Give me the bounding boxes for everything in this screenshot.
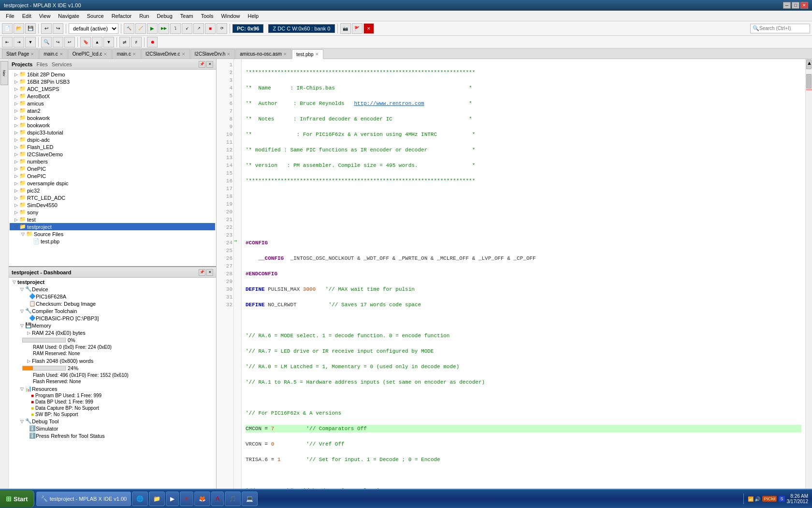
tb2-fwd-btn[interactable]: ↪ (53, 37, 63, 47)
menu-navigate[interactable]: Navigate (54, 12, 83, 20)
menu-view[interactable]: View (35, 12, 55, 20)
open-btn[interactable]: 📂 (14, 23, 24, 34)
dashboard-debug-tool[interactable]: ▽🔧Debug Tool (10, 418, 215, 425)
tree-item-16bit28pinusb3[interactable]: ▷📁16Bit 28Pin USB3 (10, 78, 215, 85)
tab-projects[interactable]: Projects (12, 61, 32, 67)
tb2-bookmark-btn[interactable]: 🔖 (80, 37, 91, 47)
dashboard-press-refresh[interactable]: ℹ️Press Refresh for Tool Status (10, 432, 215, 439)
dashboard-device[interactable]: ▽🔧Device (10, 285, 215, 293)
debug-run-btn[interactable]: ▶▶ (159, 23, 169, 34)
code-area[interactable]: 12345 678910 1112131415 1617181920 21222… (217, 59, 812, 497)
dashboard-pin[interactable]: 📌 (199, 269, 205, 276)
start-button[interactable]: ⊞ Start (0, 490, 34, 508)
step-over-btn[interactable]: ⤵ (170, 23, 181, 34)
code-content[interactable]: '***************************************… (242, 59, 805, 497)
taskbar-item-music[interactable]: 🎵 (225, 492, 241, 506)
scroll-thumb[interactable] (806, 74, 812, 89)
tree-item-aerobotx[interactable]: ▷📁AeroBotX (10, 92, 215, 100)
dashboard-device-name[interactable]: 🔷PIC16F628A (10, 293, 215, 300)
menu-team[interactable]: Team (176, 12, 197, 20)
run-btn[interactable]: ▶ (147, 23, 158, 34)
tab-amicus-close[interactable]: ✕ (283, 52, 287, 57)
clean-btn[interactable]: 🧹 (135, 23, 146, 34)
tree-item-bookwork2[interactable]: ▷📁bookwork (10, 121, 215, 129)
taskbar-item-firefox[interactable]: 🦊 (194, 492, 210, 506)
scroll-up-btn[interactable]: ▲ (806, 60, 812, 69)
tab-start-page-close[interactable]: ✕ (30, 52, 34, 57)
dashboard-root[interactable]: ▽testproject (10, 279, 215, 285)
taskbar-item-explorer[interactable]: 🌐 (132, 492, 148, 506)
step-out-btn[interactable]: ↗ (193, 23, 204, 34)
taskbar-item-adobe[interactable]: A (211, 492, 224, 506)
menu-tools[interactable]: Tools (197, 12, 218, 20)
menu-debug[interactable]: Debug (153, 12, 176, 20)
reset-btn[interactable]: ⟳ (217, 23, 227, 34)
tb2-diff-btn[interactable]: ≠ (131, 37, 142, 47)
dashboard-close[interactable]: ✕ (206, 269, 213, 276)
build-btn[interactable]: 🔨 (124, 23, 134, 34)
stop-btn[interactable]: ✕ (363, 23, 374, 34)
link-rentron[interactable]: http://www.rentron.com (354, 101, 424, 106)
tab-amicus[interactable]: amicus-no-osc.asm ✕ (235, 49, 291, 59)
tree-item-oversample[interactable]: ▷📁oversample dspic (10, 179, 215, 187)
close-button[interactable]: ✕ (800, 2, 808, 9)
dashboard-checksum[interactable]: 📋Checksum: Debug Image (10, 300, 215, 307)
taskbar-item-app2[interactable]: 💻 (242, 492, 258, 506)
tab-main-c-2-close[interactable]: ✕ (132, 52, 136, 57)
tree-item-sony[interactable]: ▷📁sony (10, 209, 215, 216)
tree-item-rtcledadc[interactable]: ▷📁RTC_LED_ADC (10, 194, 215, 201)
tab-i2cslave-drive-close[interactable]: ✕ (182, 52, 186, 57)
tab-test-pbp-close[interactable]: ✕ (315, 52, 319, 57)
tree-item-amicus[interactable]: ▷📁amicus (10, 100, 215, 107)
tb2-toggle-btn[interactable]: ⇌ (119, 37, 130, 47)
tb2-btn2[interactable]: ⇥ (14, 37, 24, 47)
menu-edit[interactable]: Edit (18, 12, 35, 20)
tab-main-c-2[interactable]: main.c ✕ (112, 49, 140, 59)
maximize-button[interactable]: □ (792, 2, 799, 9)
tab-i2cslave-drv-close[interactable]: ✕ (227, 52, 231, 57)
code-scroll-area[interactable]: 12345 678910 1112131415 1617181920 21222… (217, 59, 812, 497)
tb2-btn1[interactable]: ⇤ (2, 37, 13, 47)
taskbar-item-folder[interactable]: 📁 (149, 492, 165, 506)
menu-window[interactable]: Window (217, 12, 244, 20)
projects-panel-close[interactable]: ✕ (206, 61, 213, 68)
flag-btn[interactable]: 🚩 (352, 23, 362, 34)
menu-help[interactable]: Help (244, 12, 263, 20)
menu-source[interactable]: Source (83, 12, 108, 20)
redo-btn[interactable]: ↪ (53, 23, 63, 34)
dashboard-simulator[interactable]: ℹ️Simulator (10, 425, 215, 432)
step-into-btn[interactable]: ↙ (182, 23, 192, 34)
tab-files[interactable]: Files (36, 61, 47, 67)
tb2-search-btn[interactable]: 🔍 (41, 37, 52, 47)
tree-item-adc1msps[interactable]: ▷📁ADC_1MSPS (10, 85, 215, 92)
tb2-record-stop[interactable]: ⏺ (147, 37, 158, 47)
taskbar-item-mplab[interactable]: 🔧 testproject - MPLAB X IDE v1.00 (36, 492, 131, 506)
taskbar-item-app1[interactable]: ✕ (180, 492, 193, 506)
projects-panel-pin[interactable]: 📌 (199, 61, 205, 68)
tree-item-dspic33[interactable]: ▷📁dspic33-tutorial (10, 129, 215, 136)
tb2-nextbm-btn[interactable]: ▼ (103, 37, 114, 47)
tab-main-c-1-close[interactable]: ✕ (59, 52, 63, 57)
nav-btn-1[interactable]: Nav (0, 61, 8, 85)
tb2-back-btn[interactable]: ↩ (64, 37, 75, 47)
tree-item-onepic2[interactable]: ▷📁OnePIC (10, 172, 215, 179)
config-dropdown[interactable]: default (active) (69, 23, 118, 34)
tab-onepic-lcd-close[interactable]: ✕ (103, 52, 107, 57)
tab-onepic-lcd[interactable]: OnePIC_lcd.c ✕ (68, 49, 112, 59)
menu-run[interactable]: Run (135, 12, 153, 20)
tree-item-sourcefiles[interactable]: ▽📁Source Files (10, 230, 215, 238)
tab-i2cslave-drv[interactable]: I2CSlaveDrv.h ✕ (190, 49, 235, 59)
undo-btn[interactable]: ↩ (41, 23, 52, 34)
dashboard-memory[interactable]: ▽💾Memory (10, 322, 215, 329)
tab-i2cslave-drive[interactable]: I2CSlaveDrive.c ✕ (141, 49, 190, 59)
halt-btn[interactable]: ■ (205, 23, 216, 34)
dashboard-ram[interactable]: ▷RAM 224 (0xE0) bytes (12, 329, 213, 336)
dashboard-flash[interactable]: ▷Flash 2048 (0x800) words (12, 358, 213, 364)
cam-btn[interactable]: 📷 (340, 23, 351, 34)
tree-item-atan2[interactable]: ▷📁atan2 (10, 107, 215, 114)
tree-item-pic32[interactable]: ▷📁pic32 (10, 187, 215, 194)
tree-item-testpbp[interactable]: 📄test.pbp (10, 238, 215, 245)
tree-item-dspicadc[interactable]: ▷📁dspic-adc (10, 136, 215, 143)
tree-item-numbers[interactable]: ▷📁numbers (10, 158, 215, 165)
tree-item-onepic1[interactable]: ▷📁OnePIC (10, 165, 215, 172)
